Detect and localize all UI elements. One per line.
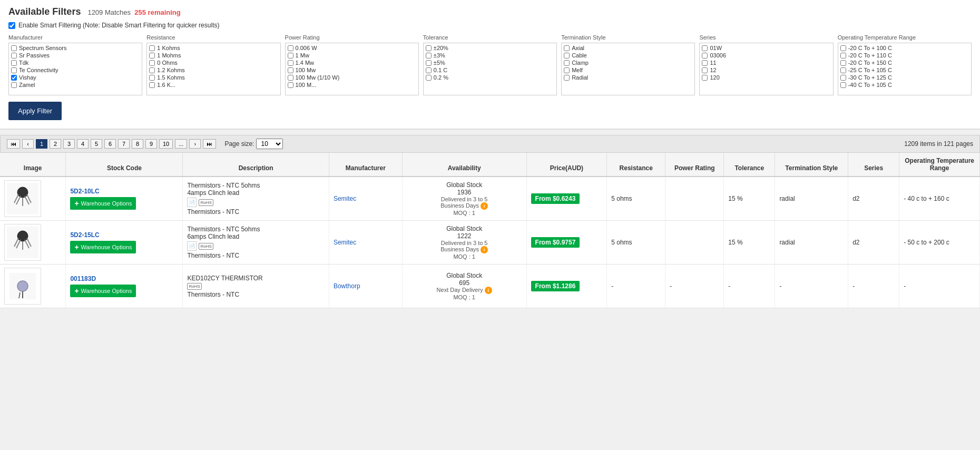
first-page-button[interactable]: ⏮ — [7, 139, 20, 149]
table-row: 5D2-15LC + Warehouse Options Thermistors… — [0, 221, 980, 265]
resistance-cell: - — [607, 265, 665, 308]
tolerance-list[interactable]: ±20% ±3% ±5% 0.1 C 0.2 % — [423, 43, 557, 95]
stock-code-link[interactable]: 5D2-15LC — [70, 231, 178, 239]
list-item: 12 — [702, 66, 830, 74]
smart-filter-checkbox[interactable] — [8, 22, 15, 29]
delivery-text: Delivered in 3 to 5 — [407, 240, 522, 246]
datasheet-icon[interactable]: 📄 — [187, 241, 197, 251]
delivery-text2: Business Days i — [407, 246, 522, 253]
manufacturer-list[interactable]: Spectrum Sensors Sr Passives Tdk Te Conn… — [8, 43, 142, 95]
list-item: 0.006 W — [288, 44, 416, 52]
list-item: Sr Passives — [11, 52, 140, 59]
table-row: 001183D + Warehouse Options KED102CY THE… — [0, 265, 980, 308]
page-title: Available Filters 1209 Matches 255 remai… — [8, 6, 972, 17]
termination-cell: radial — [775, 221, 848, 265]
series-label: Series — [699, 34, 833, 41]
availability-text: Global Stock 1222 Delivered in 3 to 5 Bu… — [407, 225, 522, 260]
list-item: Radial — [564, 74, 692, 81]
page-9-button[interactable]: 9 — [145, 139, 157, 149]
list-item: -20 C To + 110 C — [840, 52, 969, 59]
page-5-button[interactable]: 5 — [91, 139, 102, 149]
desc-icons: 📄 RoHS — [187, 198, 325, 207]
results-section: ⏮ ‹ 1 2 3 4 5 6 7 8 9 10 ... › ⏭ Page si… — [0, 135, 980, 308]
remaining-count: 255 remaining — [134, 8, 180, 16]
stock-type: Global Stock — [407, 272, 522, 279]
page-7-button[interactable]: 7 — [118, 139, 130, 149]
availability-cell: Global Stock 695 Next Day Delivery i MOQ… — [402, 265, 526, 308]
prev-page-button[interactable]: ‹ — [22, 139, 34, 149]
page-3-button[interactable]: 3 — [63, 139, 75, 149]
page-4-button[interactable]: 4 — [77, 139, 89, 149]
page-1-button[interactable]: 1 — [36, 139, 47, 149]
product-image — [4, 224, 41, 261]
desc-icons: 📄 RoHS — [187, 241, 325, 251]
page-10-button[interactable]: 10 — [159, 139, 173, 149]
list-item: 0 Ohms — [149, 59, 278, 66]
matches-count-text: 1209 Matches — [87, 8, 131, 16]
list-item: -20 C To + 100 C — [840, 44, 969, 52]
delivery-text2: Business Days i — [407, 202, 522, 210]
page-2-button[interactable]: 2 — [50, 139, 61, 149]
manufacturer-link[interactable]: Semitec — [334, 239, 356, 246]
page-8-button[interactable]: 8 — [132, 139, 143, 149]
termination-list[interactable]: Axial Cable Clamp Melf Radial — [561, 43, 695, 95]
list-item: Spectrum Sensors — [11, 44, 140, 52]
list-item: 1.6 K... — [149, 81, 278, 89]
optemp-label: Operating Temperature Range — [838, 34, 972, 41]
manufacturer-link[interactable]: Bowthorp — [334, 282, 360, 290]
tolerance-label: Tolerance — [423, 34, 557, 41]
last-page-button[interactable]: ⏭ — [203, 139, 216, 149]
tolerance-cell: 15 % — [724, 221, 775, 265]
warehouse-options-button[interactable]: + Warehouse Options — [70, 285, 136, 297]
col-header-optemp: Operating Temperature Range — [899, 153, 980, 177]
page-size-select[interactable]: 10 25 50 100 — [256, 139, 283, 149]
pagination-bar: ⏮ ‹ 1 2 3 4 5 6 7 8 9 10 ... › ⏭ Page si… — [0, 135, 980, 153]
description-sub: Thermistors - NTC — [187, 291, 325, 298]
info-icon[interactable]: i — [481, 246, 488, 253]
stock-code-link[interactable]: 001183D — [70, 275, 178, 282]
optemp-list[interactable]: -20 C To + 100 C -20 C To + 110 C -20 C … — [838, 43, 972, 95]
filter-col-tolerance: Tolerance ±20% ±3% ±5% 0.1 C 0.2 % — [423, 34, 557, 95]
datasheet-icon[interactable]: 📄 — [187, 198, 197, 207]
col-header-tolerance: Tolerance — [724, 153, 775, 177]
series-list[interactable]: 01W 03006 11 12 120 — [699, 43, 833, 95]
series-cell: d2 — [848, 221, 899, 265]
list-item: -25 C To + 105 C — [840, 66, 969, 74]
warehouse-options-button[interactable]: + Warehouse Options — [70, 197, 136, 210]
list-item: -20 C To + 150 C — [840, 59, 969, 66]
manufacturer-cell: Semitec — [329, 221, 402, 265]
info-icon[interactable]: i — [485, 287, 492, 294]
moq-text: MOQ : 1 — [407, 294, 522, 300]
price-badge: From $1.1286 — [531, 281, 580, 291]
power-cell — [665, 177, 724, 221]
table-row: 5D2-10LC + Warehouse Options Thermistors… — [0, 177, 980, 221]
col-header-stockcode: Stock Code — [66, 153, 183, 177]
power-cell — [665, 221, 724, 265]
filter-columns: Manufacturer Spectrum Sensors Sr Passive… — [8, 34, 972, 95]
power-list[interactable]: 0.006 W 1 Mw 1.4 Mw 100 Mw 100 Mw (1/10 … — [285, 43, 419, 95]
filter-section: Available Filters 1209 Matches 255 remai… — [0, 0, 980, 130]
info-icon[interactable]: i — [481, 202, 488, 210]
resistance-list[interactable]: 1 Kohms 1 Mohms 0 Ohms 1.2 Kohms 1.5 Koh… — [146, 43, 280, 95]
product-image — [4, 180, 41, 217]
list-item: 1.2 Kohms — [149, 66, 278, 74]
page-6-button[interactable]: 6 — [104, 139, 116, 149]
page-size-label: Page size: — [224, 140, 254, 148]
list-item: 01W — [702, 44, 830, 52]
apply-filter-button[interactable]: Apply Filter — [8, 102, 62, 120]
optemp-cell: - — [899, 265, 980, 308]
page-ellipsis-button[interactable]: ... — [175, 139, 187, 149]
power-label: Power Rating — [285, 34, 419, 41]
termination-cell: - — [775, 265, 848, 308]
next-page-button[interactable]: › — [189, 139, 201, 149]
filter-col-series: Series 01W 03006 11 12 120 — [699, 34, 833, 95]
manufacturer-link[interactable]: Semitec — [334, 195, 356, 202]
thermistor-image-svg — [7, 227, 38, 258]
stock-code-link[interactable]: 5D2-10LC — [70, 188, 178, 195]
description-cell: Thermistors - NTC 5ohms6amps Clinch lead… — [183, 221, 329, 265]
delivery-text: Delivered in 3 to 5 — [407, 196, 522, 202]
list-item: -40 C To + 105 C — [840, 81, 969, 89]
col-header-manufacturer: Manufacturer — [329, 153, 402, 177]
moq-text: MOQ : 1 — [407, 210, 522, 216]
warehouse-options-button[interactable]: + Warehouse Options — [70, 241, 136, 253]
